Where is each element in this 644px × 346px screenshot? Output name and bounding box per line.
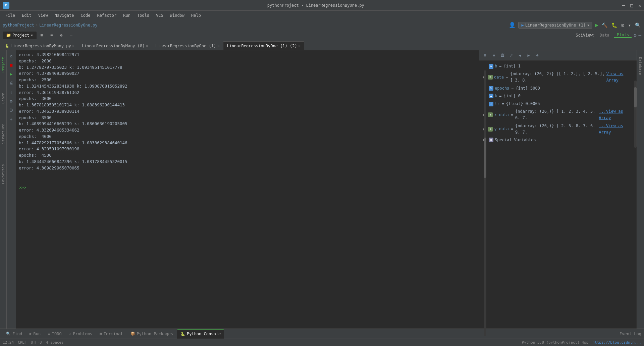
zoom-icon[interactable]: ⊕ bbox=[534, 52, 541, 59]
close-button[interactable]: ✕ bbox=[639, 3, 641, 8]
sidebar-label-favorites[interactable]: Favorites bbox=[1, 164, 5, 184]
menu-file[interactable]: File bbox=[3, 12, 18, 18]
menu-edit[interactable]: Edit bbox=[19, 12, 34, 18]
right-scrollbar-thumb[interactable] bbox=[634, 87, 637, 107]
file-tab-many-close[interactable]: ✕ bbox=[72, 44, 74, 48]
status-url[interactable]: https://blog.csdn.n... bbox=[592, 340, 641, 345]
tab-settings[interactable]: ⚙ bbox=[57, 32, 66, 39]
status-bar: 12:24 CRLF UTF-8 4 spaces Python 3.8 (py… bbox=[0, 339, 644, 346]
file-tab-one2-close[interactable]: ✕ bbox=[299, 44, 301, 48]
console-scrollbar[interactable] bbox=[484, 70, 486, 336]
sidebar-label-structure[interactable]: Structure bbox=[1, 124, 5, 144]
var-type-icon-k: i bbox=[489, 94, 493, 98]
add-icon[interactable]: + bbox=[7, 115, 15, 123]
file-tab-one1-label: LinearRegressionByOne (1) bbox=[156, 44, 216, 48]
coverage-icon[interactable]: ⊡ bbox=[621, 22, 625, 29]
sciview-plots-tab[interactable]: Plots bbox=[614, 33, 632, 38]
title-bar-right: ─ □ ✕ bbox=[622, 3, 641, 8]
right-panel-collapse[interactable]: ─ bbox=[639, 33, 641, 38]
bottom-tab-python-console[interactable]: 🐍 Python Console bbox=[177, 329, 224, 339]
file-tabs: 🐍 LinearRegressionByMany.py ✕ LinearRegr… bbox=[0, 40, 644, 50]
project-tab-dropdown[interactable]: ▾ bbox=[31, 33, 33, 38]
var-link-data[interactable]: View as Array bbox=[606, 71, 633, 84]
rerun-icon[interactable]: ↺ bbox=[7, 52, 15, 60]
menu-code[interactable]: Code bbox=[78, 12, 93, 18]
file-tab-one1-close[interactable]: ✕ bbox=[217, 44, 219, 48]
status-encoding[interactable]: CRLF bbox=[18, 340, 27, 345]
menu-navigate[interactable]: Navigate bbox=[52, 12, 77, 18]
profile-icon[interactable]: 👤 bbox=[509, 22, 516, 28]
file-tab-many8-close[interactable]: ✕ bbox=[146, 44, 148, 48]
resume-icon[interactable]: ▶ bbox=[7, 70, 15, 78]
bottom-tab-run[interactable]: ▶ Run bbox=[26, 329, 44, 339]
img-icon[interactable]: 🖼 bbox=[499, 52, 506, 59]
menu-view[interactable]: View bbox=[36, 12, 51, 18]
settings-icon[interactable]: ⚙ bbox=[7, 97, 15, 105]
menu-bar: File Edit View Navigate Code Refactor Ru… bbox=[0, 11, 644, 20]
bottom-tab-todo[interactable]: ≡ TODO bbox=[45, 329, 65, 339]
breadcrumb-file[interactable]: LinearRegressionByOne.py bbox=[39, 23, 97, 28]
console-prompt[interactable]: >>> bbox=[19, 185, 476, 191]
tab-collapse[interactable]: ─ bbox=[67, 32, 76, 39]
file-tab-one1[interactable]: LinearRegressionByOne (1) ✕ bbox=[152, 41, 223, 50]
var-link-ydata[interactable]: ...View as Array bbox=[599, 123, 633, 136]
bottom-tab-find[interactable]: 🔍 Find bbox=[3, 329, 25, 339]
nav-right: 👤 ▶ LinearRegressionByOne (1) ▾ ▶ 🔨 🐛 ⊡ … bbox=[509, 22, 641, 29]
grid-icon[interactable]: ⊞ bbox=[481, 52, 489, 59]
build-icon[interactable]: 🔨 bbox=[601, 22, 608, 29]
clock-icon[interactable]: ⏱ bbox=[7, 106, 15, 114]
file-tab-many8[interactable]: LinearRegressionByMany (8) ✕ bbox=[78, 41, 152, 50]
status-charset[interactable]: UTF-8 bbox=[31, 340, 42, 345]
prev-icon[interactable]: ◀ bbox=[516, 52, 524, 59]
search-icon[interactable]: 🔍 bbox=[634, 22, 641, 29]
sciview-data-tab[interactable]: Data bbox=[597, 33, 612, 38]
var-link-xdata[interactable]: ...View as Array bbox=[599, 108, 633, 121]
var-eq-xdata: = bbox=[511, 112, 513, 118]
right-panel-settings[interactable]: ⚙ bbox=[634, 33, 636, 38]
sidebar-label-project[interactable]: Project bbox=[1, 57, 5, 72]
bottom-tab-python-packages[interactable]: 📦 Python Packages bbox=[127, 329, 176, 339]
var-row-special: ▶ ▦ Special Variables bbox=[482, 136, 634, 144]
tab-nav1[interactable]: ⊞ bbox=[37, 32, 46, 39]
menu-help[interactable]: Help bbox=[189, 12, 204, 18]
next-icon[interactable]: ▶ bbox=[525, 52, 532, 59]
breadcrumb: pythonProject › LinearRegressionByOne.py bbox=[3, 23, 98, 28]
stop-icon red[interactable]: ■ bbox=[7, 61, 15, 69]
console-output: error: 4.398210698412971 epochs: 2000 b:… bbox=[16, 50, 479, 329]
menu-window[interactable]: Window bbox=[167, 12, 187, 18]
status-indent[interactable]: 4 spaces bbox=[46, 340, 64, 345]
tab-project[interactable]: 📁 Project ▾ bbox=[3, 32, 37, 39]
print-icon[interactable]: 🖨 bbox=[7, 79, 15, 87]
bottom-tab-terminal[interactable]: ▦ Terminal bbox=[96, 329, 126, 339]
problems-icon: ⚠ bbox=[69, 332, 71, 336]
debug-icon[interactable]: 🐛 bbox=[611, 22, 618, 29]
sidebar-label-learn[interactable]: Learn bbox=[1, 93, 5, 104]
var-name-lr: lr bbox=[495, 101, 499, 107]
bottom-tab-packages-label: Python Packages bbox=[137, 332, 173, 336]
file-tab-many[interactable]: 🐍 LinearRegressionByMany.py ✕ bbox=[1, 41, 78, 50]
event-log-button[interactable]: Event Log bbox=[620, 332, 641, 336]
list-icon[interactable]: ≡ bbox=[490, 52, 497, 59]
bottom-tab-problems[interactable]: ⚠ Problems bbox=[66, 329, 96, 339]
run-config-selector[interactable]: ▶ LinearRegressionByOne (1) ▾ bbox=[518, 22, 592, 29]
menu-tools[interactable]: Tools bbox=[135, 12, 152, 18]
menu-refactor[interactable]: Refactor bbox=[94, 12, 119, 18]
breadcrumb-project[interactable]: pythonProject bbox=[3, 23, 34, 28]
minimize-button[interactable]: ─ bbox=[622, 3, 625, 8]
menu-run[interactable]: Run bbox=[120, 12, 133, 18]
maximize-button[interactable]: □ bbox=[630, 3, 633, 8]
far-right-sidebar: Database bbox=[637, 50, 644, 329]
run-button[interactable]: ▶ bbox=[595, 22, 598, 28]
console-line-0: error: 4.398210698412971 bbox=[19, 52, 476, 58]
tab-nav2[interactable]: ≡ bbox=[47, 32, 56, 39]
step-icon[interactable]: ↓ bbox=[7, 88, 15, 96]
more-run-icon[interactable]: ▾ bbox=[628, 22, 632, 29]
status-python[interactable]: Python 3.8 (pythonProject) 4sp bbox=[522, 340, 589, 345]
file-tab-one2[interactable]: LinearRegressionByOne (1) (2) ✕ bbox=[223, 41, 304, 50]
console-scrollbar-thumb[interactable] bbox=[484, 138, 486, 178]
right-scrollbar[interactable] bbox=[634, 81, 637, 148]
console-line-13: epochs: 4000 bbox=[19, 134, 476, 140]
expand-icon[interactable]: ⤢ bbox=[507, 52, 515, 59]
sidebar-label-database[interactable]: Database bbox=[638, 57, 643, 75]
menu-vcs[interactable]: VCS bbox=[153, 12, 166, 18]
